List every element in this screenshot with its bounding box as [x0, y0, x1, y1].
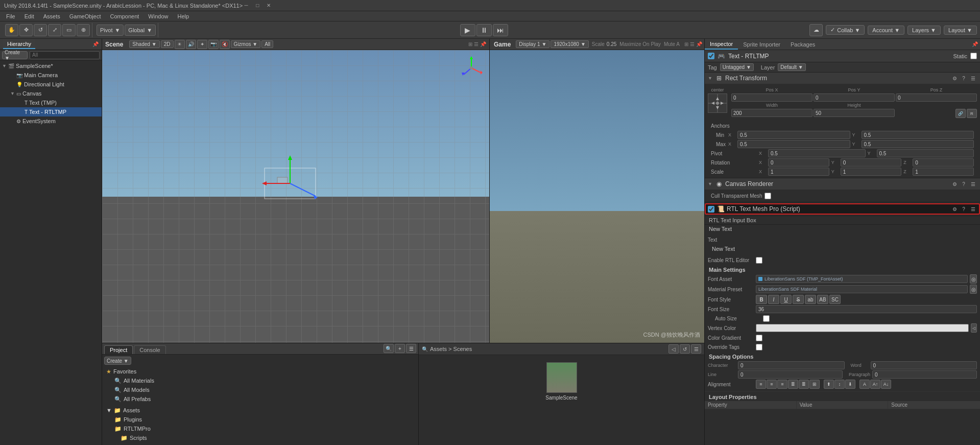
align-flush[interactable]: ≣ [799, 380, 809, 389]
project-search-icon[interactable]: 🔍 [384, 344, 394, 353]
hand-tool-button[interactable]: ✋ [5, 24, 18, 36]
scene-fx-icon[interactable]: ✦ [197, 40, 207, 49]
uppercase-button[interactable]: AB [817, 295, 828, 304]
anchor-min-x[interactable] [737, 131, 850, 139]
transform-tool-button[interactable]: ⊕ [77, 24, 90, 36]
anchor-widget[interactable] [708, 93, 727, 113]
rtl-help-icon[interactable]: ? [960, 205, 968, 213]
rtl-script-checkbox[interactable] [708, 206, 714, 213]
layout-button[interactable]: Layout ▼ [944, 26, 977, 35]
anchor-max-y[interactable] [862, 140, 974, 148]
tree-item-textrtltmp[interactable]: T Text - RTLTMP [0, 107, 102, 116]
auto-size-checkbox[interactable] [763, 315, 770, 322]
pause-button[interactable]: ⏸ [476, 24, 492, 36]
align-top[interactable]: ⬆ [824, 380, 834, 389]
enable-rtl-checkbox[interactable] [756, 257, 762, 264]
reset-icon[interactable]: R [967, 109, 977, 118]
rotate-tool-button[interactable]: ↺ [34, 24, 47, 36]
align-geo[interactable]: ⊞ [809, 380, 820, 389]
menu-window[interactable]: Window [144, 13, 172, 20]
char-spacing-input[interactable] [738, 361, 845, 369]
align-right[interactable]: ≡ [777, 380, 787, 389]
layer-dropdown[interactable]: Default ▼ [778, 63, 805, 71]
pivot-dropdown[interactable]: Pivot ▼ [97, 25, 124, 36]
scripts-folder[interactable]: 📁 Scripts [104, 433, 416, 442]
console-tab[interactable]: Console [134, 345, 165, 354]
menu-assets[interactable]: Assets [39, 13, 64, 20]
pivot-x[interactable] [768, 149, 866, 157]
tree-item-eventsystem[interactable]: ⚙ EventSystem [0, 116, 102, 126]
plugins-folder[interactable]: 📁 Plugins [104, 415, 416, 424]
menu-gameobject[interactable]: GameObject [65, 13, 105, 20]
font-asset-picker[interactable]: ◎ [970, 274, 977, 284]
canvas-settings-icon[interactable]: ⚙ [950, 180, 959, 188]
all-prefabs-item[interactable]: 🔍 All Prefabs [104, 394, 416, 404]
scale-tool-button[interactable]: ⤢ [48, 24, 61, 36]
strikethrough-button[interactable]: S [793, 295, 804, 304]
override-tags-checkbox[interactable] [756, 344, 762, 350]
font-asset-field[interactable]: LiberationSans SDF (TMP_FontAsset) [756, 275, 968, 283]
menu-help[interactable]: Help [173, 13, 193, 20]
color-alpha-slider[interactable]: ◁ [971, 323, 977, 333]
global-dropdown[interactable]: Global ▼ [125, 25, 156, 36]
menu-file[interactable]: File [2, 13, 19, 20]
resolution-dropdown[interactable]: 1920x1080 ▼ [551, 40, 588, 48]
display-dropdown[interactable]: Display 1 ▼ [516, 40, 549, 48]
menu-edit[interactable]: Edit [20, 13, 38, 20]
tree-item-canvas[interactable]: ▼ ▭ Canvas [0, 89, 102, 98]
material-preset-field[interactable]: LiberationSans SDF Material [756, 285, 968, 293]
scene-camera-icon[interactable]: 📷 [208, 40, 219, 49]
all-gizmos[interactable]: All [261, 40, 273, 48]
project-tab[interactable]: Project [104, 345, 133, 354]
smallcaps-button[interactable]: SC [829, 295, 841, 304]
static-checkbox[interactable] [970, 53, 977, 59]
align-extra1[interactable]: A [859, 380, 870, 389]
tree-item-directionallight[interactable]: 💡 Directional Light [0, 80, 102, 89]
material-picker[interactable]: ◎ [970, 285, 977, 294]
tree-item-texttmp[interactable]: T Text (TMP) [0, 98, 102, 107]
rect-help-icon[interactable]: ? [960, 74, 968, 82]
move-tool-button[interactable]: ✥ [19, 24, 33, 36]
rtl-settings-icon[interactable]: ⚙ [950, 205, 959, 213]
align-left[interactable]: ≡ [756, 380, 766, 389]
project-options-icon[interactable]: ☰ [406, 344, 416, 353]
asset-list-icon[interactable]: ☰ [691, 344, 701, 354]
all-materials-item[interactable]: 🔍 All Materials [104, 376, 416, 385]
scene-audio-icon[interactable]: 🔊 [186, 40, 196, 49]
rect-menu-icon[interactable]: ☰ [969, 74, 977, 82]
cloud-button[interactable]: ☁ [809, 24, 823, 36]
scene-light-icon[interactable]: ☀ [175, 40, 185, 49]
scale-x[interactable] [768, 168, 829, 176]
pivot-y[interactable] [877, 149, 974, 157]
hierarchy-search-input[interactable] [30, 51, 100, 59]
rtltmpro-folder[interactable]: 📁 RTLTMPro [104, 424, 416, 433]
underline-button[interactable]: U [780, 295, 792, 304]
hierarchy-tab[interactable]: Hierarchy [3, 40, 35, 49]
line-spacing-input[interactable] [738, 370, 843, 379]
step-button[interactable]: ⏭ [493, 24, 508, 36]
menu-component[interactable]: Component [106, 13, 143, 20]
scale-z[interactable] [913, 168, 974, 176]
paragraph-spacing-input[interactable] [872, 370, 977, 379]
gizmos-dropdown[interactable]: Gizmos ▼ [231, 40, 261, 48]
maximize-on-play[interactable]: Maximize On Play [619, 41, 661, 47]
constrain-icon[interactable]: 🔗 [955, 109, 966, 118]
vertex-color-field[interactable] [756, 324, 969, 332]
posy-input[interactable] [814, 93, 895, 102]
italic-button[interactable]: I [768, 295, 779, 304]
sample-scene-thumbnail[interactable] [546, 362, 577, 393]
packages-tab[interactable]: Packages [785, 39, 820, 50]
align-extra3[interactable]: A↓ [881, 380, 891, 389]
assets-folder[interactable]: ▼ 📁 Assets [104, 406, 416, 415]
project-create-button[interactable]: Create ▼ [104, 357, 131, 365]
rot-y[interactable] [841, 158, 902, 167]
2d-toggle[interactable]: 2D [161, 40, 174, 48]
align-mid[interactable]: ↕ [834, 380, 845, 389]
lowercase-button[interactable]: ab [805, 295, 816, 304]
rect-tool-button[interactable]: ▭ [62, 24, 76, 36]
anchor-max-x[interactable] [737, 140, 850, 148]
canvas-menu-icon[interactable]: ☰ [969, 180, 977, 188]
layers-button[interactable]: Layers ▼ [907, 26, 941, 35]
align-center[interactable]: ≡ [767, 380, 777, 389]
inspector-tab[interactable]: Inspector [705, 39, 738, 50]
